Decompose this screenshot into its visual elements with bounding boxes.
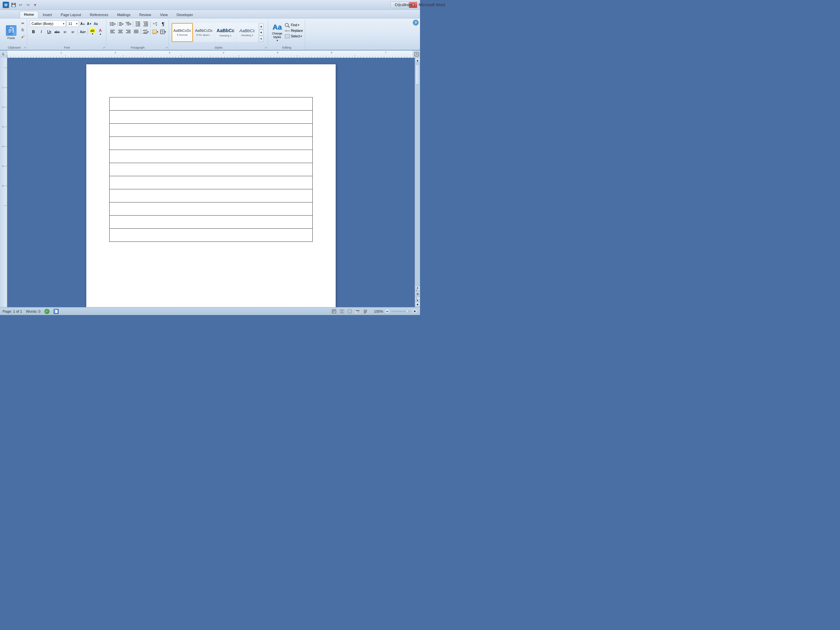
styles-scroll-down[interactable]: ▼	[259, 30, 264, 35]
tab-references[interactable]: References	[86, 11, 112, 18]
style-no-spacing[interactable]: AaBbCcDc ¶ No Spaci...	[193, 23, 215, 42]
cut-button[interactable]: ✂	[20, 21, 25, 26]
language-button[interactable]: 📄	[54, 309, 59, 314]
tab-page-layout[interactable]: Page Layout	[57, 11, 85, 18]
print-layout-view-button[interactable]	[331, 309, 337, 314]
zoom-slider[interactable]	[391, 311, 411, 312]
change-styles-dropdown[interactable]: ▾	[276, 39, 278, 42]
bullets-button[interactable]: ▾	[109, 21, 116, 28]
find-button[interactable]: Find ▾	[285, 23, 303, 28]
style-heading1[interactable]: AaBbCc Heading 1	[215, 23, 236, 42]
zoom-in-button[interactable]: +	[412, 309, 417, 314]
tab-insert[interactable]: Insert	[39, 11, 57, 18]
line-spacing-button[interactable]: ▾	[142, 28, 149, 35]
multilevel-list-button[interactable]: ▾	[125, 21, 132, 28]
vertical-scrollbar[interactable]: ▲ ▲| |▼ ▼	[415, 58, 420, 307]
scroll-thumb[interactable]	[415, 65, 420, 84]
ruler-right-button[interactable]	[413, 51, 420, 58]
styles-expander[interactable]: ↗	[264, 46, 267, 49]
font-expander[interactable]: ↗	[103, 46, 105, 49]
tab-developer[interactable]: Developer	[172, 11, 197, 18]
table-row[interactable]	[110, 150, 313, 163]
replace-button[interactable]: ab → c Replace	[285, 28, 303, 33]
table-row[interactable]	[110, 216, 313, 229]
font-color-button[interactable]: A ▾	[97, 28, 104, 35]
tab-review[interactable]: Review	[135, 11, 155, 18]
table-cell[interactable]	[110, 229, 313, 242]
table-cell[interactable]	[110, 111, 313, 124]
scroll-track[interactable]	[415, 63, 420, 286]
help-button[interactable]: ?	[413, 20, 419, 25]
tab-home[interactable]: Home	[20, 11, 38, 18]
quick-access-dropdown[interactable]: ▾	[32, 2, 38, 8]
table-row[interactable]	[110, 163, 313, 176]
shading-button[interactable]: ▾	[152, 28, 159, 35]
table-row[interactable]	[110, 98, 313, 111]
italic-button[interactable]: I	[38, 28, 45, 35]
full-screen-reading-button[interactable]	[339, 309, 345, 314]
superscript-button[interactable]: x2	[69, 28, 76, 35]
copy-button[interactable]: ⎘	[20, 27, 25, 33]
tab-mailings[interactable]: Mailings	[113, 11, 134, 18]
sort-button[interactable]: A Z	[152, 21, 159, 28]
clear-formatting-button[interactable]: Aa	[93, 21, 99, 27]
font-shrink-button[interactable]: A▼	[86, 21, 92, 27]
style-normal[interactable]: AaBbCcDc ¶ Normal	[172, 23, 193, 42]
table-row[interactable]	[110, 229, 313, 242]
table-cell[interactable]	[110, 189, 313, 202]
table-row[interactable]	[110, 111, 313, 124]
scroll-select-browse[interactable]	[415, 291, 420, 297]
format-painter-button[interactable]: 🖌	[20, 33, 25, 39]
bold-button[interactable]: B	[30, 28, 37, 35]
font-size-selector[interactable]: 11 ▾	[66, 21, 79, 27]
table-row[interactable]	[110, 202, 313, 216]
paragraph-expander[interactable]: ↗	[165, 46, 168, 49]
indent-selector[interactable]: L	[0, 51, 7, 58]
font-name-selector[interactable]: Calibri (Body) ▾	[30, 21, 66, 27]
borders-button[interactable]: ▾	[159, 28, 167, 35]
highlight-button[interactable]: ab ▾	[89, 28, 96, 35]
table-row[interactable]	[110, 176, 313, 189]
underline-button[interactable]: U▾	[46, 28, 53, 35]
paste-button[interactable]: Paste	[3, 21, 19, 45]
tab-view[interactable]: View	[156, 11, 172, 18]
change-styles-button[interactable]: Aa ChangeStyles ▾	[271, 22, 284, 44]
numbering-button[interactable]: 1. 2. 3. ▾	[117, 21, 124, 28]
select-button[interactable]: Select ▾	[285, 34, 303, 39]
outline-view-button[interactable]	[354, 309, 361, 314]
table-cell[interactable]	[110, 150, 313, 163]
align-center-button[interactable]	[117, 28, 124, 35]
table-cell[interactable]	[110, 202, 313, 216]
zoom-out-button[interactable]: −	[385, 309, 390, 314]
scroll-prev-page[interactable]: ▲|	[415, 286, 420, 291]
align-left-button[interactable]	[109, 28, 116, 35]
table-cell[interactable]	[110, 163, 313, 176]
increase-indent-button[interactable]	[142, 21, 149, 28]
table-cell[interactable]	[110, 98, 313, 111]
justify-button[interactable]	[133, 28, 140, 35]
web-layout-button[interactable]	[346, 309, 353, 314]
table-row[interactable]	[110, 137, 313, 150]
table-cell[interactable]	[110, 216, 313, 229]
font-grow-button[interactable]: A▲	[80, 21, 86, 27]
change-case-button[interactable]: Aa▾	[79, 28, 86, 35]
document-area[interactable]	[7, 58, 415, 307]
document-page[interactable]	[86, 64, 336, 307]
style-heading2[interactable]: AaBbCc Heading 2	[237, 23, 258, 42]
table-row[interactable]	[110, 124, 313, 137]
show-formatting-button[interactable]: ¶	[159, 21, 167, 28]
table-cell[interactable]	[110, 137, 313, 150]
subscript-button[interactable]: x2	[62, 28, 69, 35]
document-table[interactable]	[109, 97, 313, 242]
styles-expand[interactable]: ▾	[259, 36, 264, 42]
table-row[interactable]	[110, 189, 313, 202]
align-right-button[interactable]	[125, 28, 132, 35]
draft-view-button[interactable]	[362, 309, 369, 314]
scroll-up-button[interactable]: ▲	[415, 58, 420, 63]
decrease-indent-button[interactable]	[134, 21, 141, 28]
clipboard-expander[interactable]: ↗	[24, 46, 26, 49]
scroll-down-button[interactable]: ▼	[415, 302, 420, 307]
undo-button[interactable]: ↩	[18, 2, 24, 8]
redo-button[interactable]: ↪	[25, 2, 31, 8]
table-cell[interactable]	[110, 124, 313, 137]
